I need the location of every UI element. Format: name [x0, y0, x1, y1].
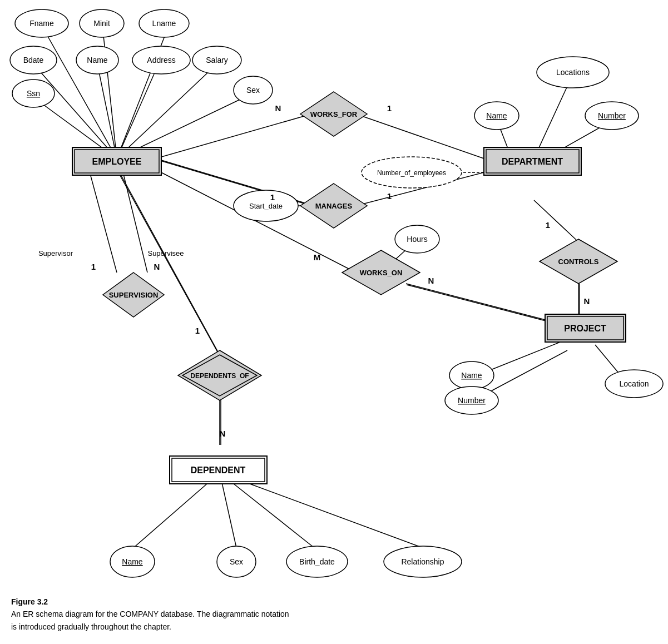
- svg-line-6: [117, 64, 217, 158]
- dependents-of-1: 1: [195, 326, 200, 335]
- svg-line-23: [406, 284, 545, 320]
- sex-emp-attr: Sex: [246, 86, 260, 95]
- supervision-1: 1: [91, 262, 96, 271]
- svg-line-4: [97, 64, 117, 158]
- bdate-attr: Bdate: [23, 56, 44, 65]
- figure-title: Figure 3.2: [11, 596, 289, 608]
- caption-line1: An ER schema diagram for the COMPANY dat…: [11, 608, 289, 620]
- works-for-1: 1: [387, 103, 392, 113]
- dependents-of-label: DEPENDENTS_OF: [190, 372, 249, 380]
- er-diagram-svg: EMPLOYEE DEPARTMENT PROJECT DEPENDENT WO…: [0, 0, 668, 601]
- dept-number-attr: Number: [598, 111, 626, 120]
- controls-1: 1: [546, 220, 550, 230]
- dependents-of-n: N: [220, 429, 226, 438]
- employee-entity-label: EMPLOYEE: [92, 157, 142, 166]
- proj-location-attr: Location: [620, 379, 649, 388]
- svg-line-3: [33, 64, 117, 158]
- svg-line-10: [356, 114, 484, 158]
- works-for-label: WORKS_FOR: [310, 110, 358, 118]
- dept-name-attr: Name: [486, 111, 507, 120]
- start-date-attr: Start_date: [249, 202, 283, 210]
- proj-number-attr: Number: [458, 396, 486, 405]
- dep-relationship-attr: Relationship: [401, 557, 444, 566]
- works-on-n: N: [428, 276, 434, 285]
- dep-name-attr: Name: [122, 557, 143, 566]
- dep-birthdate-attr: Birth_date: [299, 557, 335, 566]
- manages-label: MANAGES: [315, 202, 353, 210]
- svg-line-5: [117, 64, 159, 158]
- svg-line-9: [156, 114, 311, 158]
- dependent-entity-label: DEPENDENT: [191, 465, 246, 475]
- manages-1-dept: 1: [387, 191, 392, 201]
- department-entity-label: DEPARTMENT: [502, 157, 563, 166]
- svg-line-19: [534, 200, 578, 242]
- lname-attr: Lname: [152, 19, 176, 28]
- minit-attr: Minit: [93, 19, 110, 28]
- manages-1-emp: 1: [270, 192, 275, 202]
- supervision-n: N: [154, 262, 160, 271]
- er-diagram-container: EMPLOYEE DEPARTMENT PROJECT DEPENDENT WO…: [0, 0, 668, 601]
- project-entity-label: PROJECT: [564, 324, 606, 333]
- locations-attr: Locations: [556, 68, 590, 77]
- ssn-attr: Ssn: [27, 89, 40, 98]
- figure-caption: Figure 3.2 An ER schema diagram for the …: [11, 596, 289, 633]
- controls-n: N: [584, 296, 590, 306]
- works-on-label: WORKS_ON: [360, 269, 403, 277]
- fname-attr: Fname: [29, 19, 54, 28]
- emp-name-attr: Name: [87, 56, 108, 65]
- svg-line-26: [484, 339, 567, 373]
- supervision-label: SUPERVISION: [109, 291, 159, 299]
- salary-attr: Salary: [206, 56, 228, 65]
- supervisee-label: Supervisee: [147, 249, 184, 257]
- hours-attr: Hours: [407, 235, 427, 244]
- works-on-m: M: [314, 252, 321, 262]
- controls-label: CONTROLS: [558, 257, 599, 266]
- address-attr: Address: [147, 56, 175, 65]
- svg-line-31: [117, 170, 220, 356]
- proj-name-attr: Name: [461, 371, 482, 380]
- svg-line-24: [407, 285, 546, 321]
- svg-line-27: [484, 350, 567, 395]
- svg-line-32: [118, 170, 221, 357]
- dep-sex-attr: Sex: [230, 557, 243, 566]
- works-for-n: N: [275, 103, 281, 113]
- caption-line2: is introduced gradually throughout the c…: [11, 621, 289, 633]
- svg-line-29: [89, 170, 117, 273]
- num-employees-attr: Number_of_employees: [377, 169, 446, 177]
- supervisor-label: Supervisor: [38, 249, 73, 257]
